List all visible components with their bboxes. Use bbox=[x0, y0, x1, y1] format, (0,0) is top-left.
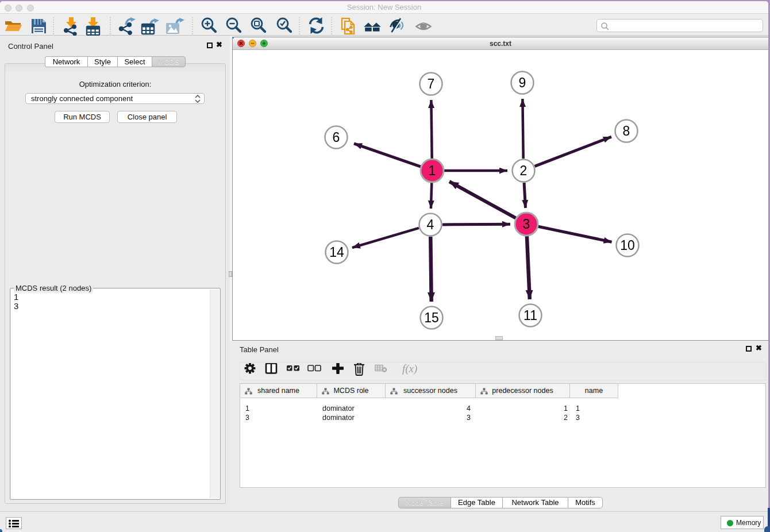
svg-text:6: 6 bbox=[333, 130, 340, 145]
svg-text:15: 15 bbox=[424, 310, 439, 325]
svg-text:f(x): f(x) bbox=[402, 363, 417, 375]
svg-text:9: 9 bbox=[519, 75, 526, 90]
svg-text:7: 7 bbox=[428, 76, 435, 91]
svg-text:2: 2 bbox=[520, 163, 528, 178]
svg-text:11: 11 bbox=[523, 308, 537, 323]
svg-text:14: 14 bbox=[329, 245, 344, 260]
svg-text:4: 4 bbox=[427, 217, 434, 232]
svg-text:1: 1 bbox=[429, 163, 436, 178]
svg-text:3: 3 bbox=[523, 217, 530, 232]
svg-text:10: 10 bbox=[620, 238, 635, 253]
svg-text:8: 8 bbox=[623, 124, 630, 138]
